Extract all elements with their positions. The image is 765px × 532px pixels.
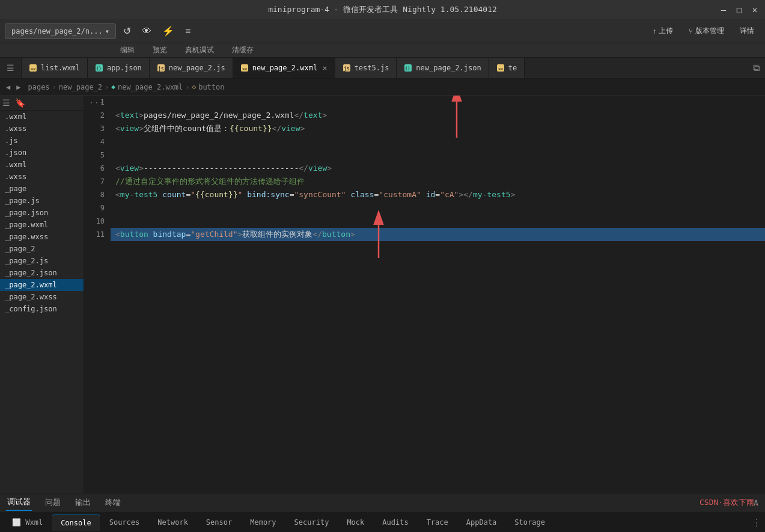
layers-button[interactable]: ≡ <box>181 23 194 39</box>
path-label: pages/new_page_2/n... <box>11 27 103 35</box>
sidebar-items: .wxml.wxss.js.json.wxml.wxss_page_page.j… <box>0 111 84 315</box>
bottom-tab-debugger[interactable]: 调试器 <box>6 494 32 511</box>
detail-button[interactable]: 详情 <box>734 23 760 39</box>
devtools-right-controls[interactable]: ⋮ <box>752 517 761 528</box>
sidebar-item-8[interactable]: _page.json <box>0 207 84 219</box>
sidebar-item-16[interactable]: _config.json <box>0 303 84 315</box>
main-area: ☰ 🔖 .wxml.wxss.js.json.wxml.wxss_page_pa… <box>0 96 765 493</box>
wxml-icon: ⬜ <box>12 518 21 527</box>
sidebar-item-11[interactable]: _page_2 <box>0 243 84 255</box>
tab-te[interactable]: <>te <box>489 58 525 78</box>
devtool-tab-wxml[interactable]: ⬜ Wxml <box>4 515 51 530</box>
breadcrumb-sep3: › <box>185 83 189 91</box>
refresh-button[interactable]: ↺ <box>120 23 135 39</box>
sidebar-item-2[interactable]: .js <box>0 135 84 147</box>
svg-text:{}: {} <box>405 66 410 71</box>
tabs-container: <>list.wxml{}app.jsonjsnew_page_2.js<>ne… <box>22 58 525 78</box>
devtool-tab-appdata[interactable]: AppData <box>458 515 505 530</box>
devtool-tab-memory[interactable]: Memory <box>242 515 284 530</box>
svg-text:<>: <> <box>31 67 35 72</box>
line-num-6: 6 <box>84 162 105 175</box>
sidebar-item-1[interactable]: .wxss <box>0 123 84 135</box>
sidebar-item-13[interactable]: _page_2.json <box>0 267 84 279</box>
tab-icon-new-page-2-wxml: <> <box>240 64 249 72</box>
bottom-tab-terminal[interactable]: 终端 <box>104 494 122 511</box>
bottom-tab-problems[interactable]: 问题 <box>44 494 62 511</box>
code-line-2: <text>pages/new_page_2/new_page_2.wxml</… <box>111 109 765 122</box>
devtool-tab-trace[interactable]: Trace <box>418 515 457 530</box>
line-num-2: 2 <box>84 109 105 122</box>
breadcrumb-pages[interactable]: pages <box>28 83 49 91</box>
breadcrumb-wxml[interactable]: new_page_2.wxml <box>118 83 183 91</box>
maximize-button[interactable]: □ <box>735 5 743 14</box>
breadcrumb-button[interactable]: button <box>198 83 224 91</box>
minimize-button[interactable]: — <box>719 5 728 14</box>
clear-cache-label[interactable]: 清缓存 <box>232 45 254 55</box>
real-test-label[interactable]: 真机调试 <box>185 45 214 55</box>
devtool-tab-security[interactable]: Security <box>286 515 338 530</box>
code-line-1 <box>111 96 765 109</box>
sidebar-menu[interactable]: ☰ <box>2 98 10 108</box>
preview-button[interactable]: 👁 <box>138 23 155 39</box>
tab-new-page-2-json[interactable]: {}new_page_2.json <box>397 58 489 78</box>
upload-button[interactable]: ↑ 上传 <box>647 23 679 39</box>
tab-close-new-page-2-wxml[interactable]: × <box>322 63 327 73</box>
preview-label[interactable]: 预览 <box>153 45 167 55</box>
editor-area: ··· 1234567891011 <text>pages/new_page_2… <box>84 96 765 493</box>
code-lines[interactable]: <text>pages/new_page_2/new_page_2.wxml</… <box>111 96 765 493</box>
path-dropdown[interactable]: pages/new_page_2/n... ▾ <box>5 23 116 39</box>
close-button[interactable]: ✕ <box>751 5 759 14</box>
code-line-4 <box>111 135 765 148</box>
app-title: miniprogram-4 - 微信开发者工具 Nightly 1.05.210… <box>268 4 497 15</box>
nav-back[interactable]: ◀ <box>6 83 10 91</box>
sidebar-item-15[interactable]: _page_2.wxss <box>0 291 84 303</box>
line-numbers: 1234567891011 <box>84 96 111 493</box>
tab-label-te: te <box>508 64 517 72</box>
sidebar-item-7[interactable]: _page.js <box>0 195 84 207</box>
build-button[interactable]: ⚡ <box>159 23 178 39</box>
sidebar-item-12[interactable]: _page_2.js <box>0 255 84 267</box>
sidebar-item-3[interactable]: .json <box>0 147 84 159</box>
devtool-tab-storage[interactable]: Storage <box>506 515 553 530</box>
sidebar-item-4[interactable]: .wxml <box>0 159 84 171</box>
sidebar-item-9[interactable]: _page.wxml <box>0 219 84 231</box>
devtool-tab-console[interactable]: Console <box>52 515 100 531</box>
line-num-8: 8 <box>84 188 105 201</box>
title-bar: miniprogram-4 - 微信开发者工具 Nightly 1.05.210… <box>0 0 765 19</box>
sidebar-item-5[interactable]: .wxss <box>0 171 84 183</box>
svg-text:{}: {} <box>96 66 101 71</box>
breadcrumb-new-page-2[interactable]: new_page_2 <box>59 83 102 91</box>
code-line-10 <box>111 215 765 228</box>
tab-new-page-2-wxml[interactable]: <>new_page_2.wxml× <box>233 58 335 78</box>
sidebar-item-6[interactable]: _page <box>0 183 84 195</box>
devtool-tab-network[interactable]: Network <box>149 515 197 530</box>
tab-list-wxml[interactable]: <>list.wxml <box>22 58 88 78</box>
devtool-tab-mock[interactable]: Mock <box>338 515 373 530</box>
bottom-panel-close[interactable]: ∧ <box>753 497 759 508</box>
devtool-tab-sensor[interactable]: Sensor <box>198 515 240 530</box>
tab-new-page-2-js[interactable]: jsnew_page_2.js <box>150 58 233 78</box>
breadcrumb-sep2: › <box>105 83 109 91</box>
nav-forward[interactable]: ▶ <box>16 83 20 91</box>
code-line-9 <box>111 201 765 215</box>
more-tools[interactable]: ··· <box>89 98 104 108</box>
compile-label[interactable]: 编辑 <box>120 45 135 55</box>
devtools-more[interactable]: ⋮ <box>752 517 761 528</box>
code-line-5 <box>111 148 765 162</box>
split-editor-button[interactable]: ⧉ <box>747 58 765 78</box>
sidebar-item-14[interactable]: _page_2.wxml <box>0 279 84 291</box>
tab-app-json[interactable]: {}app.json <box>88 58 150 78</box>
devtool-tab-sources[interactable]: Sources <box>101 515 148 530</box>
line-num-9: 9 <box>84 201 105 215</box>
toolbar: pages/new_page_2/n... ▾ ↺ 👁 ⚡ ≡ ↑ 上传 ⑂ 版… <box>0 19 765 43</box>
breadcrumb-sep1: › <box>52 83 56 91</box>
tab-test5-js[interactable]: jstest5.js <box>335 58 397 78</box>
sidebar-toggle[interactable]: ☰ <box>0 58 22 78</box>
devtool-tab-audits[interactable]: Audits <box>374 515 416 530</box>
tab-icon-list-wxml: <> <box>29 64 37 72</box>
sidebar-bookmark[interactable]: 🔖 <box>15 98 25 108</box>
version-button[interactable]: ⑂ 版本管理 <box>683 23 730 39</box>
bottom-tab-output[interactable]: 输出 <box>74 494 92 511</box>
sidebar-item-0[interactable]: .wxml <box>0 111 84 123</box>
sidebar-item-10[interactable]: _page.wxss <box>0 231 84 243</box>
